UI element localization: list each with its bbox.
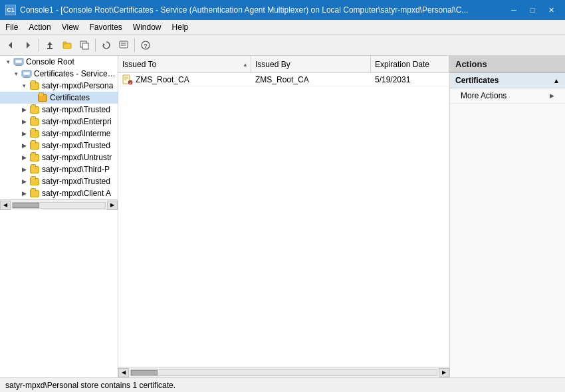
forward-button[interactable] [20,37,36,53]
tree-expander-trusted3[interactable]: ▶ [19,176,29,187]
tree-scroll-thumb[interactable] [13,203,39,208]
cell-issued-by: ZMS_Root_CA [251,75,371,84]
intermediate-folder-icon [29,128,40,139]
tree-item-personal[interactable]: ▾ satyr-mpxd\Persona [0,80,118,92]
tree-item-console-root[interactable]: ▾ Console Root [0,56,118,68]
list-hscroll[interactable]: ◀ ▶ [118,367,449,377]
tree-item-trusted2[interactable]: ▶ satyr-mpxd\Trusted [0,140,118,151]
tree-scroll-track[interactable] [12,202,106,209]
actions-title: Actions [450,56,565,73]
refresh-button[interactable] [98,37,114,53]
tree-item-client[interactable]: ▶ satyr-mpxd\Client A [0,187,118,199]
tree-label-client: satyr-mpxd\Client A [42,189,111,198]
close-button[interactable]: ✕ [542,3,560,17]
tree-expander-trusted[interactable]: ▶ [19,104,29,115]
tree-scroll-left[interactable]: ◀ [0,201,11,210]
sort-icon: ▲ [243,61,248,67]
col-header-issued-to[interactable]: Issued To ▲ [118,56,251,72]
tree-scroll-right[interactable]: ▶ [107,201,118,210]
list-scroll-thumb[interactable] [131,370,158,375]
export-button[interactable] [116,37,132,53]
certs-service-icon [21,68,32,79]
list-scroll-track[interactable] [130,369,437,376]
svg-rect-18 [15,65,22,66]
cell-value-expiry: 5/19/2031 [375,75,410,84]
tree-hscroll[interactable]: ◀ ▶ [0,199,118,210]
actions-section-label: Certificates [455,76,499,85]
list-scroll-right[interactable]: ▶ [439,368,449,377]
toolbar-sep-2 [95,39,96,52]
toolbar: ? [0,35,565,56]
enterprise-folder-icon [29,116,40,127]
collapse-icon: ▲ [553,77,560,84]
tree-expander-trusted2[interactable]: ▶ [19,140,29,151]
new-window-button[interactable] [76,37,92,53]
tree-expander-personal[interactable]: ▾ [19,80,29,91]
table-row[interactable]: ✓ ZMS_Root_CA ZMS_Root_CA 5/19/2031 [118,73,449,86]
tree-expander-untrusted[interactable]: ▶ [19,152,29,163]
col-header-expiry[interactable]: Expiration Date [371,56,449,72]
window-title: Console1 - [Console Root\Certificates - … [20,5,468,15]
list-body: ✓ ZMS_Root_CA ZMS_Root_CA 5/19/2031 [118,73,449,367]
col-label-issued-to: Issued To [122,60,156,69]
title-controls: ─ □ ✕ [505,3,560,17]
tree-label-trusted3: satyr-mpxd\Trusted [42,177,110,186]
svg-rect-22 [23,77,30,78]
svg-marker-9 [103,43,105,46]
client-folder-icon [29,188,40,199]
cell-value-issued-to: ZMS_Root_CA [136,75,189,84]
cert-icon: ✓ [122,74,133,85]
tree-panel: ▾ Console Root ▾ [0,56,118,377]
actions-item-more-actions[interactable]: More Actions ▶ [450,88,565,104]
trusted3-folder-icon [29,176,40,187]
svg-marker-1 [27,42,30,49]
menu-favorites[interactable]: Favorites [84,20,128,34]
tree-expander-client[interactable]: ▶ [19,188,29,199]
folder-button[interactable] [59,37,75,53]
menu-file[interactable]: File [0,20,23,34]
console-root-icon [13,56,24,67]
col-header-issued-by[interactable]: Issued By [251,56,371,72]
svg-rect-4 [47,48,53,49]
svg-rect-6 [63,42,66,44]
tree-label-trusted2: satyr-mpxd\Trusted [42,141,110,150]
up-button[interactable] [42,37,58,53]
tree-expander-console-root[interactable]: ▾ [3,56,13,67]
list-panel: Issued To ▲ Issued By Expiration Date [118,56,449,377]
actions-section-certificates[interactable]: Certificates ▲ [450,73,565,88]
actions-panel: Actions Certificates ▲ More Actions ▶ [449,56,565,377]
title-bar-left: C1 Console1 - [Console Root\Certificates… [5,5,468,15]
svg-rect-10 [120,41,128,48]
svg-rect-16 [15,60,22,63]
tree-expander-intermediate[interactable]: ▶ [19,128,29,139]
toolbar-sep-3 [134,39,135,52]
tree-label-trusted: satyr-mpxd\Trusted [42,105,110,114]
tree-label-enterprise: satyr-mpxd\Enterpri [42,117,112,126]
tree-expander-enterprise[interactable]: ▶ [19,116,29,127]
tree-expander-third-party[interactable]: ▶ [19,164,29,175]
list-scroll-left[interactable]: ◀ [118,368,129,377]
tree-item-untrusted[interactable]: ▶ satyr-mpxd\Untrustr [0,151,118,163]
minimize-button[interactable]: ─ [505,3,522,17]
tree-expander-certs-service[interactable]: ▾ [11,68,21,79]
tree-item-enterprise[interactable]: ▶ satyr-mpxd\Enterpri [0,116,118,128]
menu-view[interactable]: View [56,20,84,34]
col-label-issued-by: Issued By [255,60,290,69]
tree-label-untrusted: satyr-mpxd\Untrustr [42,153,112,162]
tree-item-certificates[interactable]: Certificates [0,92,118,104]
tree-item-certs-service[interactable]: ▾ Certificates - Service (Au [0,68,118,80]
menu-window[interactable]: Window [128,20,167,34]
tree-item-intermediate[interactable]: ▶ satyr-mpxd\Interme [0,128,118,140]
help-button[interactable]: ? [138,37,154,53]
tree-item-third-party[interactable]: ▶ satyr-mpxd\Third-P [0,163,118,175]
maximize-button[interactable]: □ [524,3,541,17]
menu-action[interactable]: Action [23,20,56,34]
chevron-right-icon: ▶ [550,92,554,99]
untrusted-folder-icon [29,152,40,163]
more-actions-label: More Actions [461,91,507,100]
tree-label-third-party: satyr-mpxd\Third-P [42,165,110,174]
back-button[interactable] [3,37,19,53]
tree-item-trusted3[interactable]: ▶ satyr-mpxd\Trusted [0,175,118,187]
menu-help[interactable]: Help [167,20,194,34]
tree-item-trusted[interactable]: ▶ satyr-mpxd\Trusted [0,104,118,116]
